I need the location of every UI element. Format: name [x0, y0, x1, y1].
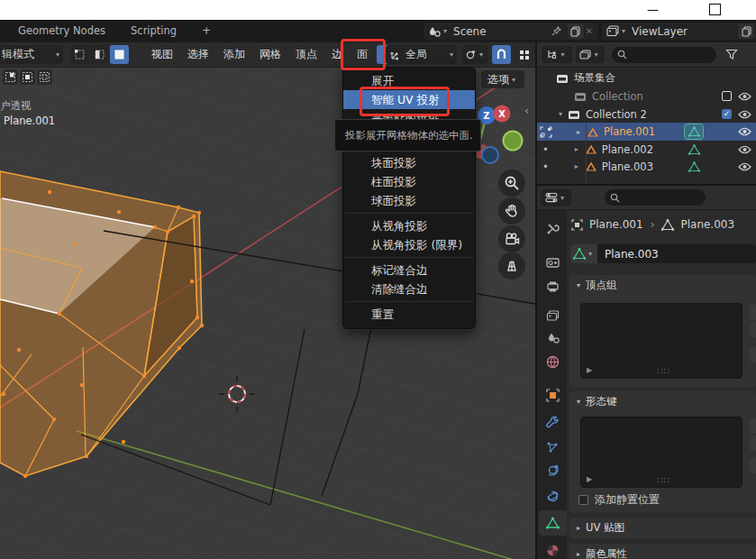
proportional-editing-button[interactable] [515, 45, 533, 64]
datablock-name[interactable]: Plane.003 [605, 248, 659, 261]
plane001-label[interactable]: Plane.001 [604, 125, 655, 138]
datablock-type-dropdown[interactable]: ▾ [570, 244, 597, 263]
selected-mesh-object[interactable] [0, 171, 204, 478]
tab-world[interactable] [539, 351, 567, 372]
editor-type-dropdown[interactable]: ▾ [541, 189, 571, 206]
circle-select-tool-button[interactable] [37, 69, 52, 85]
vertex-groups-header[interactable]: ▾ 顶点组 [569, 275, 756, 295]
workspace-tab-scripting[interactable]: Scripting [118, 20, 189, 42]
breadcrumb-data[interactable]: Plane.003 [680, 218, 734, 231]
tab-tool[interactable] [539, 217, 567, 239]
uv-maps-panel[interactable]: ▸ UV 贴图 [569, 518, 756, 539]
uv-menu-item-smart-uv-project[interactable]: 智能 UV 投射 [343, 90, 475, 109]
tab-particles[interactable] [539, 436, 567, 458]
list-add-button[interactable] [750, 418, 756, 434]
edge-select-mode-button[interactable] [90, 45, 109, 64]
list-add-button[interactable] [750, 305, 756, 320]
disclosure-down-icon[interactable]: ▾ [559, 110, 562, 118]
uv-menu-item-cube-projection[interactable]: 块面投影 [343, 153, 475, 172]
list-specials-button[interactable] [750, 347, 756, 362]
tweak-select-tool-button[interactable] [3, 69, 18, 85]
workspace-tab-geometry-nodes[interactable]: Geometry Nodes [5, 20, 118, 42]
outliner-row-plane003[interactable]: • ▸ Plane.003 [537, 158, 756, 175]
outliner-filter-mode-dropdown[interactable]: ▾ [576, 46, 605, 63]
menu-mesh[interactable]: 网格 [252, 42, 288, 67]
transform-orientation-dropdown[interactable]: 全局 ▾ [386, 45, 457, 64]
resize-grip-icon[interactable]: ∷∷ [657, 475, 670, 485]
camera-view-button[interactable] [498, 225, 525, 252]
viewlayer-name[interactable]: ViewLayer [632, 25, 688, 38]
tab-constraints[interactable] [539, 485, 567, 507]
mode-dropdown[interactable]: 辑模式 ▾ [0, 45, 63, 64]
scene-name[interactable]: Scene [453, 25, 487, 38]
zoom-button[interactable] [498, 170, 525, 197]
filter-funnel-icon[interactable] [725, 49, 738, 60]
add-workspace-button[interactable]: + [189, 20, 223, 42]
breadcrumb-object[interactable]: Plane.001 [589, 218, 643, 231]
eye-icon[interactable] [738, 110, 751, 119]
eye-icon[interactable] [738, 92, 751, 101]
uv-menu-item-project-from-view-bounds[interactable]: 从视角投影 (限界) [343, 235, 475, 254]
collection2-label[interactable]: Collection 2 [586, 108, 647, 121]
new-scene-button[interactable] [568, 23, 584, 39]
disclosure-right-icon[interactable]: ▸ [575, 162, 578, 170]
face-select-mode-button[interactable] [110, 45, 129, 64]
navigation-gizmo[interactable]: Z X [474, 105, 523, 164]
menu-face[interactable]: 面 [350, 42, 375, 67]
eye-icon[interactable] [738, 127, 751, 136]
datablock-field[interactable]: ▾ Plane.003 [570, 244, 756, 263]
plane003-label[interactable]: Plane.003 [602, 160, 653, 173]
tab-render[interactable] [539, 252, 567, 273]
uv-menu-item-sphere-projection[interactable]: 球面投影 [343, 191, 475, 210]
mesh-data-icon[interactable] [688, 161, 700, 172]
snap-target-dropdown[interactable]: ▾ [462, 45, 488, 64]
shape-keys-list[interactable]: ▶ ∷∷ [580, 417, 742, 488]
mesh-data-icon-active[interactable] [684, 124, 704, 140]
tab-scene[interactable] [539, 327, 567, 349]
snap-toggle-button[interactable] [492, 45, 511, 64]
pin-icon[interactable] [551, 25, 562, 37]
uv-menu-item-project-from-view[interactable]: 从视角投影 [343, 216, 475, 235]
uv-menu-item-cylinder-projection[interactable]: 柱面投影 [343, 172, 475, 191]
outliner-row-scene-collection[interactable]: 场景集合 [537, 69, 756, 87]
list-expand-icon[interactable]: ▶ [587, 475, 592, 483]
disclosure-right-icon[interactable]: ▸ [575, 145, 578, 153]
window-minimize-button[interactable]: — [647, 0, 659, 20]
uv-menu-item-unwrap[interactable]: 展开 [343, 71, 475, 90]
outliner-row-plane002[interactable]: • ▸ Plane.002 [537, 141, 756, 158]
collection-label[interactable]: Collection [592, 90, 643, 103]
rest-position-row[interactable]: 添加静置位置 [578, 492, 660, 508]
tab-physics[interactable] [539, 459, 567, 481]
menu-view[interactable]: 视图 [144, 42, 180, 67]
new-viewlayer-button[interactable] [738, 23, 754, 39]
tab-output[interactable] [539, 276, 567, 298]
scene-collection-label[interactable]: 场景集合 [574, 71, 615, 85]
outliner-search-input[interactable] [612, 47, 716, 63]
tab-object[interactable] [539, 384, 567, 406]
tab-view-layer[interactable] [539, 305, 567, 326]
uv-menu-item-mark-seam[interactable]: 标记缝合边 [343, 261, 475, 280]
box-select-tool-button[interactable] [20, 69, 35, 85]
mesh-data-icon[interactable] [688, 144, 700, 155]
menu-add[interactable]: 添加 [216, 42, 252, 67]
options-dropdown[interactable]: 选项 ▾ [481, 70, 524, 88]
outliner-row-collection2[interactable]: ▾ Collection 2 ✓ [537, 105, 756, 123]
list-expand-icon[interactable]: ▶ [587, 366, 592, 374]
uv-menu-item-clear-seam[interactable]: 清除缝合边 [343, 280, 475, 298]
menu-vertex[interactable]: 顶点 [288, 42, 324, 67]
collection-exclude-checkbox[interactable] [722, 91, 732, 101]
vertex-groups-list[interactable]: ▶ ∷∷ [580, 303, 742, 379]
viewlayer-selector[interactable]: ▾ ViewLayer [602, 23, 756, 40]
menu-select[interactable]: 选择 [180, 42, 216, 67]
unlink-scene-icon[interactable]: ✕ [586, 26, 593, 36]
eye-icon[interactable] [738, 162, 751, 171]
pan-button[interactable] [498, 197, 525, 225]
tab-material[interactable] [539, 539, 567, 559]
menu-edge[interactable]: 边 [324, 42, 350, 67]
scene-selector[interactable]: ▾ Scene ✕ [424, 23, 598, 40]
shape-keys-header[interactable]: ▾ 形态键 [569, 391, 756, 411]
color-attributes-panel[interactable]: ▸ 颜色属性 [569, 544, 756, 559]
properties-search-input[interactable] [605, 189, 706, 206]
outliner-display-mode-dropdown[interactable]: ▾ [542, 46, 572, 63]
list-specials-button[interactable] [750, 458, 756, 473]
